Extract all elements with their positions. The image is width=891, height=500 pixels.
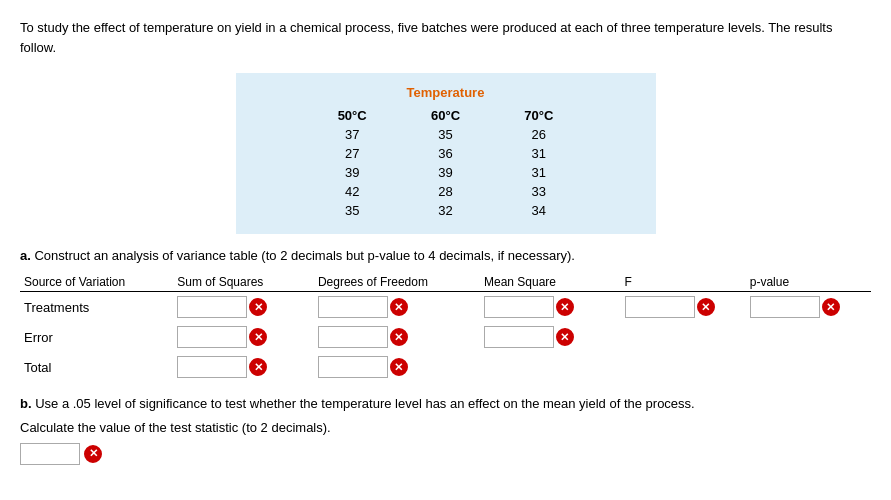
- anova-table: Source of Variation Sum of Squares Degre…: [20, 273, 871, 382]
- data-cell: 32: [399, 201, 492, 220]
- treatments-ms-input[interactable]: [484, 296, 554, 318]
- data-cell: 33: [492, 182, 585, 201]
- treatments-f-clear[interactable]: [697, 298, 715, 316]
- anova-header-f: F: [621, 273, 746, 292]
- table-row: 353234: [306, 201, 586, 220]
- section-b-label: b. Use a .05 level of significance to te…: [20, 394, 871, 414]
- table-row: 422833: [306, 182, 586, 201]
- error-ms-input[interactable]: [484, 326, 554, 348]
- data-table-wrapper: Temperature 50°C 60°C 70°C 3735262736313…: [20, 73, 871, 234]
- col-header-70: 70°C: [492, 106, 585, 125]
- error-df-input[interactable]: [318, 326, 388, 348]
- error-ms-clear[interactable]: [556, 328, 574, 346]
- data-table: 50°C 60°C 70°C 3735262736313939314228333…: [306, 106, 586, 220]
- treatments-ss-cell: [173, 292, 314, 323]
- temperature-header: Temperature: [276, 85, 616, 100]
- col-header-60: 60°C: [399, 106, 492, 125]
- table-row: Treatments: [20, 292, 871, 323]
- treatments-df-cell: [314, 292, 480, 323]
- anova-header-source: Source of Variation: [20, 273, 173, 292]
- col-header-50: 50°C: [306, 106, 399, 125]
- data-cell: 39: [306, 163, 399, 182]
- treatments-ss-clear[interactable]: [249, 298, 267, 316]
- table-row: 373526: [306, 125, 586, 144]
- section-b-bold: b.: [20, 396, 32, 411]
- data-cell: 35: [399, 125, 492, 144]
- intro-text: To study the effect of temperature on yi…: [20, 18, 871, 57]
- section-a-text: Construct an analysis of variance table …: [34, 248, 574, 263]
- treatments-df-input[interactable]: [318, 296, 388, 318]
- data-cell: 26: [492, 125, 585, 144]
- section-b-text: Use a .05 level of significance to test …: [35, 396, 695, 411]
- bottom-input-row: [20, 443, 871, 465]
- data-cell: 27: [306, 144, 399, 163]
- total-df-input[interactable]: [318, 356, 388, 378]
- total-pval-cell: [746, 352, 871, 382]
- treatments-ms-cell: [480, 292, 621, 323]
- total-ss-cell: [173, 352, 314, 382]
- total-ss-clear[interactable]: [249, 358, 267, 376]
- total-ms-cell: [480, 352, 621, 382]
- section-a-bold: a.: [20, 248, 31, 263]
- treatments-pval-cell: [746, 292, 871, 323]
- treatments-pval-input[interactable]: [750, 296, 820, 318]
- anova-header-pval: p-value: [746, 273, 871, 292]
- error-f-cell: [621, 322, 746, 352]
- total-f-cell: [621, 352, 746, 382]
- error-label: Error: [20, 322, 173, 352]
- data-cell: 36: [399, 144, 492, 163]
- test-statistic-clear[interactable]: [84, 445, 102, 463]
- error-df-cell: [314, 322, 480, 352]
- test-statistic-input[interactable]: [20, 443, 80, 465]
- total-df-cell: [314, 352, 480, 382]
- treatments-ms-clear[interactable]: [556, 298, 574, 316]
- data-cell: 31: [492, 163, 585, 182]
- treatments-label: Treatments: [20, 292, 173, 323]
- error-df-clear[interactable]: [390, 328, 408, 346]
- data-cell: 31: [492, 144, 585, 163]
- error-ss-cell: [173, 322, 314, 352]
- data-cell: 28: [399, 182, 492, 201]
- treatments-df-clear[interactable]: [390, 298, 408, 316]
- error-ss-input[interactable]: [177, 326, 247, 348]
- calc-label: Calculate the value of the test statisti…: [20, 420, 871, 435]
- anova-header-df: Degrees of Freedom: [314, 273, 480, 292]
- error-pval-cell: [746, 322, 871, 352]
- treatments-ss-input[interactable]: [177, 296, 247, 318]
- total-label: Total: [20, 352, 173, 382]
- anova-header-ss: Sum of Squares: [173, 273, 314, 292]
- error-ss-clear[interactable]: [249, 328, 267, 346]
- data-cell: 35: [306, 201, 399, 220]
- anova-header-ms: Mean Square: [480, 273, 621, 292]
- total-df-clear[interactable]: [390, 358, 408, 376]
- section-a-label: a. Construct an analysis of variance tab…: [20, 248, 871, 263]
- table-row: 393931: [306, 163, 586, 182]
- data-cell: 39: [399, 163, 492, 182]
- table-row: Total: [20, 352, 871, 382]
- treatments-f-cell: [621, 292, 746, 323]
- treatments-f-input[interactable]: [625, 296, 695, 318]
- total-ss-input[interactable]: [177, 356, 247, 378]
- treatments-pval-clear[interactable]: [822, 298, 840, 316]
- table-row: Error: [20, 322, 871, 352]
- data-cell: 34: [492, 201, 585, 220]
- data-cell: 37: [306, 125, 399, 144]
- table-row: 273631: [306, 144, 586, 163]
- data-table-container: Temperature 50°C 60°C 70°C 3735262736313…: [236, 73, 656, 234]
- error-ms-cell: [480, 322, 621, 352]
- data-cell: 42: [306, 182, 399, 201]
